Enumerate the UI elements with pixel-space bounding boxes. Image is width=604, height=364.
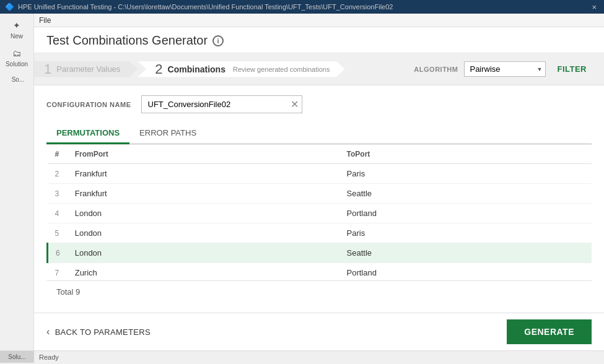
cell-fromport: London <box>68 243 339 263</box>
table-header-row: # FromPort ToPort <box>48 145 592 164</box>
sidebar-sub-label: So... <box>5 76 31 84</box>
step1-number: 1 <box>44 61 51 77</box>
cell-toport: Paris <box>339 164 592 184</box>
step1[interactable]: 1 Parameter Values <box>34 61 138 77</box>
total-row: Total 9 <box>46 280 592 303</box>
table-row[interactable]: 7 Zurich Portland <box>48 263 592 281</box>
menu-bar: File <box>34 14 604 27</box>
step2-number: 2 <box>155 61 162 77</box>
status-text: Ready <box>34 351 64 363</box>
cell-num: 4 <box>48 204 68 223</box>
cell-fromport: London <box>68 223 339 243</box>
total-label: Total 9 <box>56 287 80 297</box>
col-header-toport: ToPort <box>339 145 592 164</box>
config-name-label: CONFIGURATION NAME <box>46 101 131 108</box>
filter-button[interactable]: FILTER <box>552 62 592 76</box>
sidebar-new-label: New <box>2 32 31 40</box>
menu-file[interactable]: File <box>39 16 51 25</box>
tabs-row: PERMUTATIONS ERROR PATHS <box>46 123 592 144</box>
app-icon: 🔷 <box>5 2 14 11</box>
back-button-label: BACK TO PARAMETERS <box>55 327 151 337</box>
title-bar-text-group: 🔷 HPE Unified Functional Testing - C:\Us… <box>5 2 393 11</box>
solution-icon: 🗂 <box>2 48 31 59</box>
cell-num: 5 <box>48 223 68 243</box>
window-close-button[interactable]: × <box>589 2 599 12</box>
config-clear-button[interactable]: ✕ <box>291 100 299 110</box>
table-row[interactable]: 5 London Paris <box>48 223 592 243</box>
cell-fromport: Zurich <box>68 263 339 281</box>
sidebar-item-new[interactable]: ✦ New <box>0 16 33 44</box>
sidebar-solution-label: Solution <box>2 60 31 68</box>
sidebar-item-solution[interactable]: 🗂 Solution <box>0 44 33 72</box>
step2-label: Combinations <box>168 64 225 74</box>
table-row[interactable]: 3 Frankfurt Seattle <box>48 184 592 204</box>
step2-sublabel: Review generated combinations <box>233 66 330 73</box>
sidebar: ✦ New 🗂 Solution So... <box>0 14 34 350</box>
algorithm-select[interactable]: Pairwise All Combinations <box>464 61 546 77</box>
status-bar: Solu... Ready <box>0 350 604 363</box>
config-name-input[interactable] <box>141 95 302 113</box>
cell-num: 7 <box>48 263 68 281</box>
table-container[interactable]: # FromPort ToPort 2 Frankfurt Paris 3 Fr… <box>46 144 592 280</box>
tab-error-paths[interactable]: ERROR PATHS <box>129 123 206 144</box>
sidebar-item-sub[interactable]: So... <box>0 72 33 87</box>
cell-fromport: London <box>68 204 339 223</box>
table-body: 2 Frankfurt Paris 3 Frankfurt Seattle 4 … <box>48 164 592 281</box>
generate-button[interactable]: GENERATE <box>507 319 592 344</box>
config-row: CONFIGURATION NAME ✕ <box>46 95 592 113</box>
cell-toport: Seattle <box>339 243 592 263</box>
title-bar: 🔷 HPE Unified Functional Testing - C:\Us… <box>0 0 604 14</box>
tab-permutations[interactable]: PERMUTATIONS <box>46 123 129 144</box>
new-icon: ✦ <box>2 20 31 31</box>
col-header-num: # <box>48 145 68 164</box>
algorithm-section: ALGORITHM Pairwise All Combinations FILT… <box>401 61 604 77</box>
cell-toport: Paris <box>339 223 592 243</box>
app-container: ✦ New 🗂 Solution So... File Test Combina… <box>0 14 604 350</box>
steps-header: 1 Parameter Values 2 Combinations Review… <box>34 53 604 85</box>
table-row[interactable]: 6 London Seattle <box>48 243 592 263</box>
dialog-title-text: Test Combinations Generator <box>46 33 208 48</box>
title-bar-text: HPE Unified Functional Testing - C:\User… <box>18 3 393 11</box>
main-content: File Test Combinations Generator i 1 Par… <box>34 14 604 350</box>
col-header-fromport: FromPort <box>68 145 339 164</box>
algorithm-label: ALGORITHM <box>414 66 458 73</box>
table-row[interactable]: 4 London Portland <box>48 204 592 223</box>
combinations-table: # FromPort ToPort 2 Frankfurt Paris 3 Fr… <box>46 145 592 280</box>
cell-toport: Portland <box>339 263 592 281</box>
back-to-parameters-button[interactable]: ‹ BACK TO PARAMETERS <box>46 326 151 337</box>
algorithm-select-wrapper: Pairwise All Combinations <box>464 61 546 77</box>
table-row[interactable]: 2 Frankfurt Paris <box>48 164 592 184</box>
dialog-body: CONFIGURATION NAME ✕ PERMUTATIONS ERROR … <box>34 85 604 313</box>
cell-toport: Seattle <box>339 184 592 204</box>
config-input-wrapper: ✕ <box>141 95 302 113</box>
cell-fromport: Frankfurt <box>68 184 339 204</box>
step1-label: Parameter Values <box>56 64 120 74</box>
cell-num: 2 <box>48 164 68 184</box>
cell-num: 3 <box>48 184 68 204</box>
back-arrow-icon: ‹ <box>46 326 50 337</box>
dialog-title-row: Test Combinations Generator i <box>46 33 224 53</box>
cell-num: 6 <box>48 243 68 263</box>
status-panel-label: Solu... <box>0 351 34 363</box>
dialog-footer: ‹ BACK TO PARAMETERS GENERATE <box>34 313 604 350</box>
info-icon[interactable]: i <box>212 35 224 46</box>
cell-toport: Portland <box>339 204 592 223</box>
step2[interactable]: 2 Combinations Review generated combinat… <box>138 61 344 77</box>
cell-fromport: Frankfurt <box>68 164 339 184</box>
